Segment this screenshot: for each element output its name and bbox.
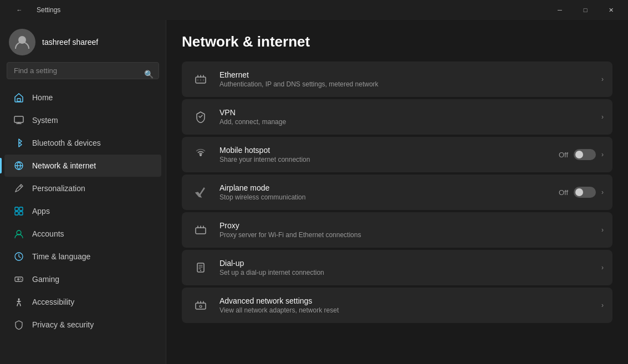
card-desc-airplane: Stop wireless communication [219, 193, 559, 201]
svg-rect-2 [14, 116, 23, 122]
card-text-hotspot: Mobile hotspot Share your internet conne… [219, 146, 559, 163]
chevron-hotspot: › [601, 151, 604, 158]
sidebar-item-accounts[interactable]: Accounts [4, 223, 161, 245]
card-desc-advanced: View all network adapters, network reset [219, 306, 601, 314]
chevron-advanced: › [601, 301, 604, 309]
card-text-proxy: Proxy Proxy server for Wi-Fi and Etherne… [219, 221, 601, 239]
card-text-airplane: Airplane mode Stop wireless communicatio… [219, 183, 559, 201]
back-button[interactable]: ← [7, 0, 32, 20]
toggle-airplane[interactable] [574, 187, 596, 198]
app-body: tashreef shareef 🔍 Home System Bluetooth… [0, 20, 628, 364]
cards-list: Ethernet Authentication, IP and DNS sett… [182, 61, 612, 323]
svg-point-17 [200, 270, 201, 271]
accessibility-icon [13, 296, 24, 307]
chevron-ethernet: › [601, 75, 604, 83]
titlebar: ← Settings ─ □ ✕ [0, 0, 628, 20]
avatar [9, 29, 35, 55]
sidebar-item-personalization[interactable]: Personalization [4, 177, 161, 199]
sidebar-item-label-gaming: Gaming [32, 275, 59, 284]
sidebar-item-label-privacy: Privacy & security [32, 320, 94, 329]
toggle-hotspot[interactable] [574, 149, 596, 160]
sidebar-item-time[interactable]: Time & language [4, 245, 161, 268]
card-airplane[interactable]: Airplane mode Stop wireless communicatio… [182, 175, 612, 210]
bluetooth-icon [13, 137, 24, 148]
card-desc-hotspot: Share your internet connection [219, 156, 559, 163]
vpn-icon [191, 107, 211, 127]
titlebar-left: ← Settings [7, 0, 60, 20]
card-text-ethernet: Ethernet Authentication, IP and DNS sett… [219, 70, 601, 88]
svg-point-11 [20, 278, 21, 279]
svg-rect-1 [17, 99, 21, 101]
svg-point-13 [18, 299, 20, 300]
svg-rect-6 [15, 212, 18, 215]
card-title-hotspot: Mobile hotspot [219, 146, 559, 155]
dialup-icon [191, 258, 211, 278]
airplane-icon [191, 182, 211, 202]
svg-point-12 [21, 279, 22, 280]
sidebar-item-label-bluetooth: Bluetooth & devices [32, 139, 101, 147]
nav-list: Home System Bluetooth & devices Network … [0, 86, 166, 336]
sidebar-item-label-accessibility: Accessibility [32, 298, 74, 306]
search-input[interactable] [7, 62, 159, 79]
card-proxy[interactable]: Proxy Proxy server for Wi-Fi and Etherne… [182, 212, 612, 248]
card-title-advanced: Advanced network settings [219, 296, 601, 305]
sidebar-item-privacy[interactable]: Privacy & security [4, 314, 161, 336]
gaming-icon [13, 274, 24, 285]
card-desc-dialup: Set up a dial-up internet connection [219, 269, 601, 276]
minimize-button[interactable]: ─ [547, 0, 573, 20]
card-desc-proxy: Proxy server for Wi-Fi and Ethernet conn… [219, 231, 601, 239]
sidebar-item-apps[interactable]: Apps [4, 200, 161, 222]
card-right-hotspot: Off › [559, 149, 604, 160]
search-container: 🔍 [0, 62, 166, 86]
card-text-advanced: Advanced network settings View all netwo… [219, 296, 601, 314]
card-vpn[interactable]: VPN Add, connect, manage › [182, 99, 612, 135]
card-title-dialup: Dial-up [219, 259, 601, 268]
card-advanced[interactable]: Advanced network settings View all netwo… [182, 288, 612, 323]
sidebar-item-accessibility[interactable]: Accessibility [4, 291, 161, 313]
card-right-proxy: › [601, 226, 604, 234]
ethernet-icon [191, 69, 211, 89]
sidebar-item-home[interactable]: Home [4, 86, 161, 109]
sidebar-item-label-accounts: Accounts [32, 229, 64, 238]
chevron-proxy: › [601, 226, 604, 234]
card-desc-ethernet: Authentication, IP and DNS settings, met… [219, 80, 601, 88]
sidebar-item-label-network: Network & internet [32, 161, 96, 170]
svg-point-19 [200, 305, 202, 307]
toggle-label-airplane: Off [559, 188, 568, 197]
proxy-icon [191, 220, 211, 240]
sidebar-item-label-apps: Apps [32, 207, 50, 216]
sidebar-item-label-home: Home [32, 93, 53, 102]
card-title-proxy: Proxy [219, 221, 601, 230]
advanced-icon [191, 295, 211, 315]
sidebar-item-system[interactable]: System [4, 109, 161, 131]
card-right-airplane: Off › [559, 187, 604, 198]
user-section[interactable]: tashreef shareef [0, 20, 166, 62]
svg-rect-7 [19, 212, 23, 215]
sidebar: tashreef shareef 🔍 Home System Bluetooth… [0, 20, 166, 364]
hotspot-icon [191, 145, 211, 165]
chevron-airplane: › [601, 188, 604, 196]
sidebar-item-gaming[interactable]: Gaming [4, 268, 161, 290]
page-title: Network & internet [182, 33, 612, 50]
sidebar-item-bluetooth[interactable]: Bluetooth & devices [4, 132, 161, 154]
card-right-advanced: › [601, 301, 604, 309]
sidebar-item-network[interactable]: Network & internet [4, 155, 161, 177]
home-icon [13, 92, 24, 103]
svg-rect-18 [196, 303, 206, 309]
system-icon [13, 115, 24, 126]
sidebar-item-label-personalization: Personalization [32, 184, 85, 193]
card-ethernet[interactable]: Ethernet Authentication, IP and DNS sett… [182, 61, 612, 97]
card-text-dialup: Dial-up Set up a dial-up internet connec… [219, 259, 601, 276]
svg-rect-5 [19, 207, 23, 211]
card-dialup[interactable]: Dial-up Set up a dial-up internet connec… [182, 250, 612, 285]
card-title-vpn: VPN [219, 108, 601, 117]
close-button[interactable]: ✕ [598, 0, 624, 20]
maximize-button[interactable]: □ [573, 0, 598, 20]
svg-rect-4 [15, 207, 18, 211]
chevron-vpn: › [601, 113, 604, 121]
titlebar-controls: ─ □ ✕ [547, 0, 624, 20]
card-hotspot[interactable]: Mobile hotspot Share your internet conne… [182, 137, 612, 172]
card-desc-vpn: Add, connect, manage [219, 118, 601, 126]
card-title-ethernet: Ethernet [219, 70, 601, 79]
card-right-ethernet: › [601, 75, 604, 83]
